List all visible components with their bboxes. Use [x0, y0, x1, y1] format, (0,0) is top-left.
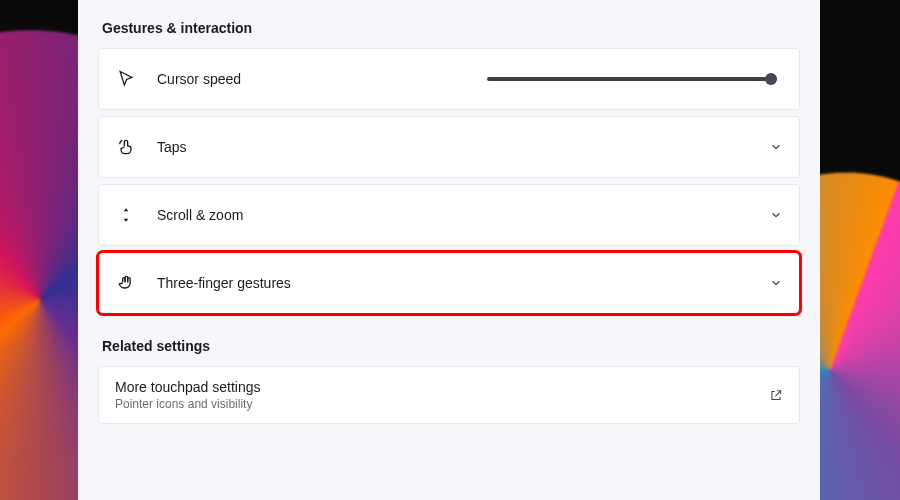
chevron-down-icon: [769, 140, 783, 154]
slider-thumb[interactable]: [765, 73, 777, 85]
row-more-touchpad-settings[interactable]: More touchpad settings Pointer icons and…: [98, 366, 800, 424]
row-label: Cursor speed: [157, 71, 241, 87]
row-sublabel: Pointer icons and visibility: [115, 397, 261, 411]
row-label: Three-finger gestures: [157, 275, 291, 291]
chevron-down-icon: [769, 276, 783, 290]
tap-icon: [115, 136, 137, 158]
section-title-gestures: Gestures & interaction: [102, 20, 800, 36]
row-three-finger-gestures[interactable]: Three-finger gestures: [98, 252, 800, 314]
three-finger-icon: [115, 272, 137, 294]
chevron-down-icon: [769, 208, 783, 222]
row-label: Scroll & zoom: [157, 207, 243, 223]
cursor-speed-slider[interactable]: [487, 69, 777, 89]
row-scroll-zoom[interactable]: Scroll & zoom: [98, 184, 800, 246]
row-label: Taps: [157, 139, 187, 155]
scroll-zoom-icon: [115, 204, 137, 226]
cursor-icon: [115, 68, 137, 90]
open-external-icon: [769, 388, 783, 402]
slider-track: [487, 77, 777, 81]
section-title-related: Related settings: [102, 338, 800, 354]
settings-panel: Gestures & interaction Cursor speed Taps: [78, 0, 820, 500]
row-cursor-speed[interactable]: Cursor speed: [98, 48, 800, 110]
row-label: More touchpad settings: [115, 379, 261, 395]
row-taps[interactable]: Taps: [98, 116, 800, 178]
